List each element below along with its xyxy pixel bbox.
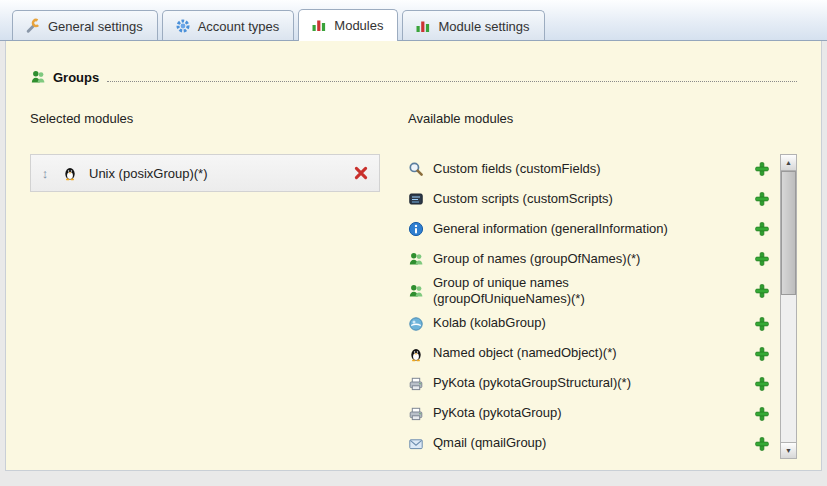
module-label: General information (generalInformation) bbox=[433, 221, 705, 237]
available-module-row: Qmail (qmailGroup) bbox=[408, 429, 770, 459]
kolab-icon bbox=[408, 316, 424, 332]
module-label: Group of unique names (groupOfUniqueName… bbox=[433, 275, 705, 308]
group-icon bbox=[408, 251, 424, 267]
available-module-row: PyKota (pykotaGroup) bbox=[408, 399, 770, 429]
lam-config-page: General settings Account types Modules M… bbox=[0, 0, 827, 486]
magnifier-icon bbox=[408, 161, 424, 177]
tab-bar: General settings Account types Modules M… bbox=[0, 0, 827, 41]
add-module-button[interactable] bbox=[754, 283, 770, 299]
modules-chart-icon bbox=[415, 18, 431, 34]
selected-module-label: Unix (posixGroup)(*) bbox=[89, 166, 342, 181]
modules-chart-icon bbox=[311, 17, 327, 33]
tab-label: Module settings bbox=[438, 19, 529, 34]
dotted-divider bbox=[107, 81, 797, 82]
drag-handle-icon[interactable]: ↕ bbox=[39, 166, 51, 181]
tab-label: Account types bbox=[198, 19, 280, 34]
scrollbar-thumb[interactable] bbox=[781, 171, 796, 295]
module-label: Custom scripts (customScripts) bbox=[433, 191, 705, 207]
modules-panel: Groups Selected modules ↕ Unix (posixGro… bbox=[5, 41, 822, 471]
group-icon bbox=[30, 69, 46, 85]
available-module-row: PyKota (pykotaGroupStructural)(*) bbox=[408, 369, 770, 399]
tab-general-settings[interactable]: General settings bbox=[12, 10, 158, 40]
add-module-button[interactable] bbox=[754, 376, 770, 392]
available-module-row: Group of names (groupOfNames)(*) bbox=[408, 244, 770, 274]
add-module-button[interactable] bbox=[754, 191, 770, 207]
wrench-icon bbox=[25, 18, 41, 34]
penguin-icon bbox=[62, 165, 78, 181]
selected-modules-column: Selected modules ↕ Unix (posixGroup)(*) bbox=[30, 111, 408, 459]
available-module-row: General information (generalInformation) bbox=[408, 214, 770, 244]
module-label: Qmail (qmailGroup) bbox=[433, 435, 705, 451]
penguin-icon bbox=[408, 346, 424, 362]
add-module-button[interactable] bbox=[754, 221, 770, 237]
module-label: PyKota (pykotaGroup) bbox=[433, 405, 705, 421]
scrollbar[interactable]: ▲ ▼ bbox=[780, 154, 797, 459]
available-module-row: Named object (namedObject)(*) bbox=[408, 339, 770, 369]
module-label: Custom fields (customFields) bbox=[433, 161, 705, 177]
mail-icon bbox=[408, 436, 424, 452]
printer-icon bbox=[408, 406, 424, 422]
available-module-row: Custom scripts (customScripts) bbox=[408, 184, 770, 214]
available-modules-list: Custom fields (customFields) Custom scri… bbox=[408, 154, 780, 459]
scroll-up-button[interactable]: ▲ bbox=[781, 155, 796, 171]
printer-icon bbox=[408, 376, 424, 392]
tab-label: General settings bbox=[48, 19, 143, 34]
tab-modules[interactable]: Modules bbox=[298, 9, 398, 41]
available-modules-column: Available modules Custom fields (customF… bbox=[408, 111, 797, 459]
selected-modules-heading: Selected modules bbox=[30, 111, 408, 126]
scrollbar-track[interactable] bbox=[781, 171, 796, 442]
available-modules-heading: Available modules bbox=[408, 111, 797, 126]
module-label: Kolab (kolabGroup) bbox=[433, 315, 705, 331]
module-label: Named object (namedObject)(*) bbox=[433, 345, 705, 361]
script-icon bbox=[408, 191, 424, 207]
scroll-down-button[interactable]: ▼ bbox=[781, 442, 796, 458]
add-module-button[interactable] bbox=[754, 316, 770, 332]
gear-icon bbox=[175, 18, 191, 34]
add-module-button[interactable] bbox=[754, 346, 770, 362]
selected-modules-list: ↕ Unix (posixGroup)(*) bbox=[30, 154, 380, 192]
add-module-button[interactable] bbox=[754, 406, 770, 422]
add-module-button[interactable] bbox=[754, 436, 770, 452]
module-label: Group of names (groupOfNames)(*) bbox=[433, 251, 705, 267]
remove-module-button[interactable] bbox=[353, 165, 369, 181]
tab-label: Modules bbox=[334, 18, 383, 33]
group-icon bbox=[408, 283, 424, 299]
section-header: Groups bbox=[30, 69, 797, 85]
tab-module-settings[interactable]: Module settings bbox=[402, 10, 544, 40]
add-module-button[interactable] bbox=[754, 251, 770, 267]
module-label: PyKota (pykotaGroupStructural)(*) bbox=[433, 375, 705, 391]
available-module-row: Custom fields (customFields) bbox=[408, 154, 770, 184]
available-module-row: Group of unique names (groupOfUniqueName… bbox=[408, 274, 770, 309]
add-module-button[interactable] bbox=[754, 161, 770, 177]
available-module-row: Kolab (kolabGroup) bbox=[408, 309, 770, 339]
tab-account-types[interactable]: Account types bbox=[162, 10, 295, 40]
page-title: Groups bbox=[53, 70, 99, 85]
info-icon bbox=[408, 221, 424, 237]
selected-module-row[interactable]: ↕ Unix (posixGroup)(*) bbox=[31, 155, 379, 191]
